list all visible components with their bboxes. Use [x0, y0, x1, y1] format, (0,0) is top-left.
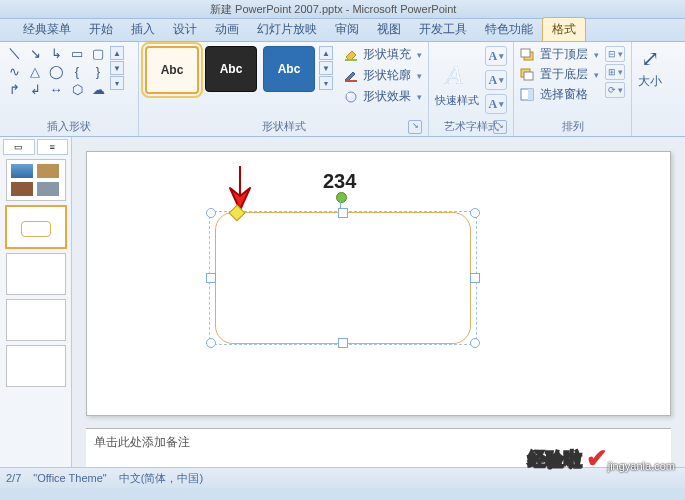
group-arrange: 置于顶层▾ 置于底层▾ 选择窗格 ⊟▾ ⊞▾ ⟳▾ [514, 42, 632, 136]
shape-fill-button[interactable]: 形状填充▾ [343, 46, 422, 63]
shape-connector-icon[interactable]: ↳ [48, 46, 64, 60]
scroll-up-icon[interactable]: ▲ [110, 46, 124, 60]
bring-front-button[interactable]: 置于顶层▾ [520, 46, 599, 63]
group-wordart: A 快速样式 A▾ A▾ A▾ 艺术字样式 ↘ [429, 42, 514, 136]
style-scroll-up-icon[interactable]: ▲ [319, 46, 333, 60]
tab-review[interactable]: 审阅 [326, 18, 368, 41]
shape-brace2-icon[interactable]: } [90, 64, 106, 78]
status-language[interactable]: 中文(简体，中国) [119, 471, 203, 486]
style-scroll-down-icon[interactable]: ▼ [319, 61, 333, 75]
shape-effects-button[interactable]: 形状效果▾ [343, 88, 422, 105]
wordart-quick-button[interactable]: A 快速样式 [435, 53, 479, 108]
red-arrow-annotation [222, 164, 258, 214]
resize-handle-w[interactable] [206, 273, 216, 283]
shape-freeform-icon[interactable]: △ [27, 64, 43, 78]
shape-line-icon[interactable]: ＼ [6, 46, 22, 60]
slide-thumb-1[interactable] [6, 159, 66, 201]
group-size: ⤢ 大小 [632, 42, 668, 136]
shape-rect-icon[interactable]: ▭ [69, 46, 85, 60]
align-button[interactable]: ⊟▾ [605, 46, 625, 62]
bring-front-icon [520, 48, 536, 62]
wordart-a-icon: A [435, 53, 473, 97]
ribbon: ＼ ↘ ↳ ▭ ▢ ∿ △ ◯ { } ↱ ↲ ↔ ⬡ [0, 42, 685, 137]
style-preset-2[interactable]: Abc [205, 46, 257, 92]
style-gallery-scroll[interactable]: ▲ ▼ ▾ [319, 46, 333, 90]
send-back-button[interactable]: 置于底层▾ [520, 66, 599, 83]
shape-elbow-icon[interactable]: ↱ [6, 82, 22, 96]
slide-thumb-2[interactable] [5, 205, 67, 249]
tab-format[interactable]: 格式 [542, 17, 586, 41]
shape-cloud-icon[interactable]: ☁ [90, 82, 106, 96]
size-icon: ⤢ [641, 46, 659, 72]
resize-handle-se[interactable] [470, 338, 480, 348]
tab-design[interactable]: 设计 [164, 18, 206, 41]
workspace: ▭ ≡ 234 单击此处 [0, 137, 685, 467]
shape-style-gallery[interactable]: Abc Abc Abc [145, 46, 315, 94]
svg-point-2 [346, 92, 356, 102]
slide-canvas[interactable]: 234 [86, 151, 671, 416]
shape-arrow-icon[interactable]: ↘ [27, 46, 43, 60]
group-insert-shapes: ＼ ↘ ↳ ▭ ▢ ∿ △ ◯ { } ↱ ↲ ↔ ⬡ [0, 42, 139, 136]
svg-point-3 [347, 93, 351, 97]
svg-rect-7 [524, 72, 533, 80]
shape-oval-icon[interactable]: ◯ [48, 64, 64, 78]
outline-tab[interactable]: ≡ [37, 139, 69, 155]
group-button[interactable]: ⊞▾ [605, 64, 625, 80]
rounded-rectangle-shape[interactable] [215, 212, 471, 344]
tab-insert[interactable]: 插入 [122, 18, 164, 41]
tab-animation[interactable]: 动画 [206, 18, 248, 41]
rotate-button[interactable]: ⟳▾ [605, 82, 625, 98]
svg-rect-0 [345, 59, 357, 61]
resize-handle-n[interactable] [338, 208, 348, 218]
gallery-expand-icon[interactable]: ▾ [110, 76, 124, 90]
notes-pane[interactable]: 单击此处添加备注 [86, 428, 671, 467]
text-outline-button[interactable]: A▾ [485, 70, 507, 90]
tab-home[interactable]: 开始 [80, 18, 122, 41]
chevron-down-icon: ▾ [594, 50, 599, 60]
dialog-launcher-icon[interactable]: ↘ [493, 120, 507, 134]
tab-developer[interactable]: 开发工具 [410, 18, 476, 41]
slide-thumb-3[interactable] [6, 253, 66, 295]
style-preset-3[interactable]: Abc [263, 46, 315, 92]
text-fill-button[interactable]: A▾ [485, 46, 507, 66]
tab-special[interactable]: 特色功能 [476, 18, 542, 41]
dialog-launcher-icon[interactable]: ↘ [408, 120, 422, 134]
group-shape-styles: Abc Abc Abc ▲ ▼ ▾ 形状填充▾ [139, 42, 429, 136]
shape-brace-icon[interactable]: { [69, 64, 85, 78]
slide-area: 234 单击此处添加备注 [72, 137, 685, 467]
resize-handle-e[interactable] [470, 273, 480, 283]
svg-rect-1 [345, 80, 357, 82]
tab-slideshow[interactable]: 幻灯片放映 [248, 18, 326, 41]
style-expand-icon[interactable]: ▾ [319, 76, 333, 90]
style-preset-1[interactable]: Abc [145, 46, 199, 94]
slide-panel: ▭ ≡ [0, 137, 72, 467]
chevron-down-icon: ▾ [417, 92, 422, 102]
resize-handle-sw[interactable] [206, 338, 216, 348]
shape-outline-button[interactable]: 形状轮廓▾ [343, 67, 422, 84]
shape-curve-icon[interactable]: ∿ [6, 64, 22, 78]
resize-handle-s[interactable] [338, 338, 348, 348]
shape-hex-icon[interactable]: ⬡ [69, 82, 85, 96]
tab-classic[interactable]: 经典菜单 [14, 18, 80, 41]
shape-elbow2-icon[interactable]: ↲ [27, 82, 43, 96]
selection-pane-button[interactable]: 选择窗格 [520, 86, 599, 103]
chevron-down-icon: ▾ [417, 71, 422, 81]
window-title: 新建 PowerPoint 2007.pptx - Microsoft Powe… [210, 2, 456, 17]
shape-2arrow-icon[interactable]: ↔ [48, 82, 64, 96]
text-effects-button[interactable]: A▾ [485, 94, 507, 114]
shape-roundrect-icon[interactable]: ▢ [90, 46, 106, 60]
resize-handle-nw[interactable] [206, 208, 216, 218]
slide-thumb-4[interactable] [6, 299, 66, 341]
tab-view[interactable]: 视图 [368, 18, 410, 41]
status-bar: 2/7 "Office Theme" 中文(简体，中国) [0, 467, 685, 488]
shapes-gallery[interactable]: ＼ ↘ ↳ ▭ ▢ ∿ △ ◯ { } ↱ ↲ ↔ ⬡ [6, 46, 106, 96]
resize-handle-ne[interactable] [470, 208, 480, 218]
rotation-handle[interactable] [336, 192, 347, 203]
slides-tab[interactable]: ▭ [3, 139, 35, 155]
slide-thumb-5[interactable] [6, 345, 66, 387]
chevron-down-icon: ▾ [594, 70, 599, 80]
scroll-down-icon[interactable]: ▼ [110, 61, 124, 75]
shapes-gallery-scroll[interactable]: ▲ ▼ ▾ [110, 46, 124, 96]
chevron-down-icon: ▾ [499, 75, 504, 85]
group-label-wordart: 艺术字样式 ↘ [435, 117, 507, 136]
